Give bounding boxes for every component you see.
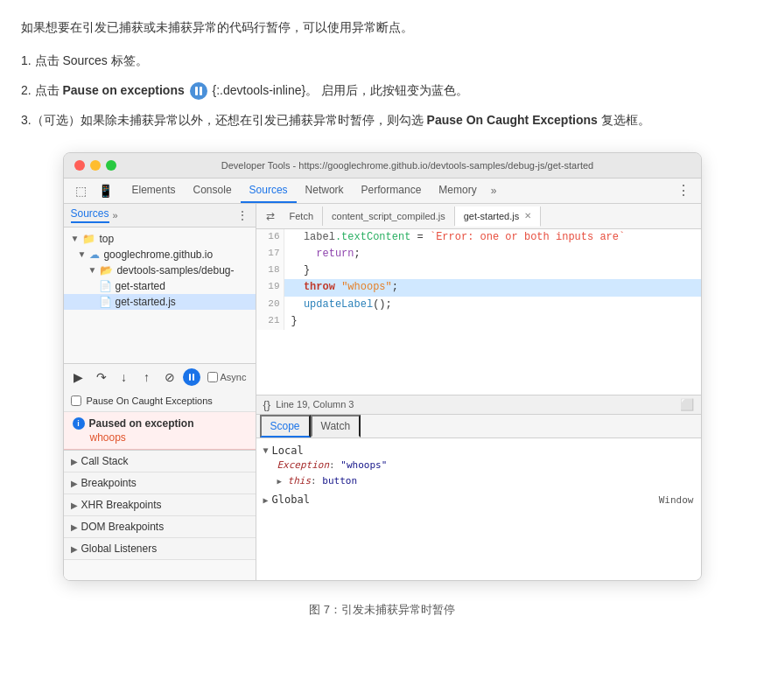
this-val: button (322, 475, 357, 486)
tree-item-github[interactable]: ▼ ☁ googlechrome.github.io (64, 247, 256, 262)
sources-more-icon[interactable]: » (113, 210, 118, 220)
title-bar: Developer Tools - https://googlechrome.g… (64, 153, 701, 178)
device-toolbar-icon[interactable]: 📱 (95, 180, 116, 201)
breakpoints-header[interactable]: ▶ Breakpoints (64, 472, 256, 494)
folder-icon-devtools: 📂 (100, 264, 113, 276)
close-button[interactable] (74, 160, 85, 171)
code-line-19: 19 throw "whoops"; (256, 279, 701, 296)
pause-caught-checkbox[interactable] (71, 396, 81, 406)
line-num-19: 19 (256, 279, 284, 296)
code-editor: 16 label.textContent = `Error: one or bo… (256, 229, 701, 395)
this-arrow[interactable]: ▶ (277, 477, 282, 486)
pause-caught-label: Pause On Caught Exceptions (87, 396, 213, 406)
line-content-19: throw "whoops"; (284, 279, 405, 296)
exception-banner: i Paused on exception whoops (64, 412, 256, 450)
async-checkbox[interactable] (207, 372, 218, 382)
folder-icon-top: 📁 (82, 233, 95, 245)
step-into-button[interactable]: ↓ (115, 368, 134, 387)
scope-tab-scope[interactable]: Scope (260, 415, 311, 438)
pause-on-exceptions-button[interactable] (183, 368, 200, 386)
step-out-button[interactable]: ↑ (137, 368, 157, 387)
status-bar-text: Line 19, Column 3 (276, 399, 354, 410)
xhr-label: XHR Breakpoints (81, 499, 162, 511)
step-over-button[interactable]: ↷ (92, 368, 111, 387)
tab-console[interactable]: Console (185, 178, 241, 203)
line-num-17: 17 (256, 246, 284, 262)
scope-global-group: ▶ Global Window (263, 494, 694, 506)
exception-val: "whoops" (340, 459, 387, 471)
tree-item-get-started-js[interactable]: 📄 get-started.js (64, 294, 256, 310)
call-stack-header[interactable]: ▶ Call Stack (64, 451, 256, 472)
local-group-label: Local (272, 444, 304, 457)
tree-label-get-started: get-started (116, 280, 165, 292)
code-line-21: 21 } (256, 313, 701, 330)
scope-exception-entry: Exception: "whoops" (263, 458, 694, 474)
tree-label-get-started-js: get-started.js (116, 296, 176, 308)
fullscreen-button[interactable] (106, 160, 116, 171)
tab-network[interactable]: Network (297, 178, 353, 203)
exception-key: Exception (277, 459, 330, 471)
section-breakpoints: ▶ Breakpoints (64, 472, 256, 494)
scope-panel: Scope Watch ▼ Local Exception: "whoops" (256, 414, 701, 580)
devtools-body: Sources » ⋮ ▼ 📁 top ▼ ☁ googlechrome.git… (64, 204, 701, 580)
code-tab-fetch[interactable]: Fetch (281, 206, 324, 226)
tab-icon-area: ⬚ 📱 (71, 180, 116, 201)
status-bar-expand-icon[interactable]: ⬜ (680, 398, 694, 411)
code-line-17: 17 return; (256, 246, 701, 262)
tree-label-devtools: devtools-samples/debug- (116, 264, 234, 276)
dom-label: DOM Breakpoints (81, 521, 165, 533)
tree-label-github: googlechrome.github.io (103, 248, 213, 261)
sources-tab-label[interactable]: Sources (71, 207, 109, 223)
tab-memory[interactable]: Memory (430, 178, 485, 203)
code-line-18: 18 } (256, 262, 701, 279)
get-started-tab-label: get-started.js (464, 211, 520, 221)
window-title: Developer Tools - https://googlechrome.g… (125, 160, 690, 171)
sources-menu-button[interactable]: ⋮ (236, 208, 249, 222)
code-tab-get-started[interactable]: get-started.js ✕ (455, 206, 542, 227)
section-xhr-breakpoints: ▶ XHR Breakpoints (64, 494, 256, 516)
exception-info-icon: i (73, 417, 85, 430)
global-arrow: ▶ (71, 544, 78, 554)
async-label: Async (207, 372, 247, 382)
deactivate-breakpoints-button[interactable]: ⊘ (160, 368, 179, 387)
global-label-row[interactable]: ▶ Global (263, 494, 310, 506)
intro-description: 如果想要在引发已捕获或未捕获异常的代码行暂停，可以使用异常断点。 (21, 18, 743, 37)
line-num-20: 20 (256, 297, 284, 313)
sources-tab-icon: ⇄ (260, 204, 281, 228)
scope-tab-watch[interactable]: Watch (311, 415, 361, 438)
line-num-21: 21 (256, 313, 284, 330)
local-group-header[interactable]: ▼ Local (263, 444, 694, 458)
tab-sources[interactable]: Sources (241, 178, 297, 203)
tree-item-top[interactable]: ▼ 📁 top (64, 231, 256, 247)
tab-bar: ⬚ 📱 Elements Console Sources Network Per… (64, 178, 701, 204)
exception-value: whoops (73, 431, 247, 444)
more-tabs-button[interactable]: » (486, 185, 502, 197)
minimize-button[interactable] (90, 160, 101, 171)
step-2: 2. 点击 Pause on exceptions {:.devtools-in… (21, 80, 743, 102)
tree-item-devtools[interactable]: ▼ 📂 devtools-samples/debug- (64, 262, 256, 278)
line-content-20: updateLabel(); (284, 297, 399, 313)
global-group-label: Global (272, 494, 310, 506)
devtools-settings-icon[interactable]: ⋮ (673, 182, 694, 199)
devtools-window: Developer Tools - https://googlechrome.g… (63, 152, 702, 581)
tab-performance[interactable]: Performance (353, 178, 431, 203)
status-bar: {} Line 19, Column 3 ⬜ (256, 395, 701, 414)
tab-elements[interactable]: Elements (123, 178, 185, 203)
cloud-icon: ☁ (89, 248, 100, 261)
global-label: Global Listeners (81, 542, 158, 555)
code-tab-content-script[interactable]: content_script_compiled.js (323, 206, 455, 226)
global-listeners-header[interactable]: ▶ Global Listeners (64, 538, 256, 559)
call-stack-label: Call Stack (81, 455, 129, 467)
tree-item-get-started[interactable]: 📄 get-started (64, 278, 256, 294)
step-1: 1. 点击 Sources 标签。 (21, 51, 743, 72)
breakpoints-arrow: ▶ (71, 479, 78, 488)
close-tab-button[interactable]: ✕ (524, 211, 531, 220)
tree-arrow-top: ▼ (71, 234, 80, 243)
pause-caught-row: Pause On Caught Exceptions (64, 390, 256, 412)
resume-button[interactable]: ▶ (69, 368, 88, 387)
xhr-breakpoints-header[interactable]: ▶ XHR Breakpoints (64, 494, 256, 515)
dom-breakpoints-header[interactable]: ▶ DOM Breakpoints (64, 516, 256, 537)
inspect-element-icon[interactable]: ⬚ (71, 180, 92, 201)
line-content-17: return; (284, 246, 368, 262)
file-icon-get-started: 📄 (99, 280, 112, 292)
